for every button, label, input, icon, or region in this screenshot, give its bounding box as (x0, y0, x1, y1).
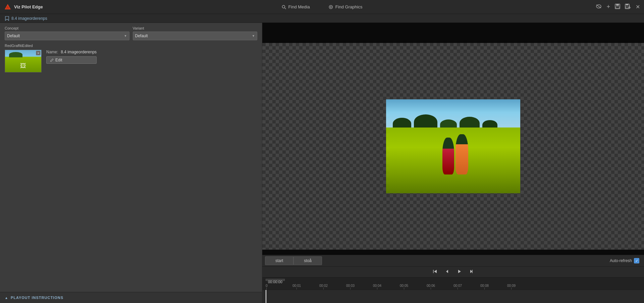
find-graphics-label: Find Graphics (335, 4, 363, 9)
app-title: Viz Pilot Edge (14, 4, 43, 9)
field-figures (442, 131, 469, 174)
playout-title: PLAYOUT INSTRUCTIONS (11, 296, 63, 300)
ruler-label: 00:04 (373, 284, 381, 288)
ruler-mark: 00:01 (292, 284, 301, 290)
ruler-mark: 00:05 (400, 284, 408, 290)
graphics-icon (329, 5, 333, 9)
transport-section: start stoå Auto-refresh ✓ (262, 255, 644, 303)
media-info: Name: 8.4 imageorderenps Edit (46, 50, 97, 64)
ruler-label: 00:01 (292, 284, 301, 288)
ruler-mark: 00:02 (319, 284, 328, 290)
ruler-mark: 0 (266, 284, 268, 290)
ruler-mark: 00:03 (346, 284, 355, 290)
step-back-button[interactable] (443, 268, 451, 275)
svg-marker-18 (434, 270, 437, 273)
preview-canvas (262, 43, 644, 250)
media-name-label: Name: (46, 50, 58, 54)
field-image (386, 99, 520, 193)
edit-button[interactable]: Edit (46, 56, 97, 64)
ruler-label: 00:09 (507, 284, 516, 288)
start-button[interactable]: start (265, 256, 293, 265)
bookmark-icon (5, 16, 9, 21)
save-icon[interactable] (615, 4, 620, 10)
auto-refresh-row: Auto-refresh ✓ (610, 258, 641, 263)
svg-point-2 (282, 5, 285, 8)
ruler-label: 0 (266, 284, 268, 288)
thumbnail-close-button[interactable]: ✕ (36, 51, 41, 55)
step-forward-button[interactable] (468, 268, 475, 275)
timeline-track[interactable] (262, 290, 644, 303)
add-icon[interactable]: + (606, 3, 610, 10)
preview-image (386, 99, 520, 193)
main-content: Concept Default Variant Default RedGraff… (0, 23, 644, 303)
subtitle-bar: 8.4 imageorderenps (0, 14, 644, 23)
svg-rect-13 (626, 7, 629, 8)
ruler-label: 00:03 (346, 284, 355, 288)
concept-select-wrapper: Default (5, 32, 129, 40)
find-media-label: Find Media (288, 4, 310, 9)
variant-label: Variant (133, 26, 258, 30)
action-buttons: start stoå (265, 256, 322, 265)
variant-group: Variant Default (133, 26, 258, 40)
close-window-icon[interactable]: ✕ (636, 4, 640, 10)
ruler-label: 00:08 (480, 284, 489, 288)
search-icon (281, 5, 286, 9)
ruler-label: 00:02 (319, 284, 328, 288)
concept-label: Concept (5, 26, 129, 30)
find-graphics-button[interactable]: Find Graphics (326, 3, 365, 11)
media-section-label: RedGraffitiEdited (5, 44, 257, 48)
playhead (266, 290, 266, 303)
media-name-row: Name: 8.4 imageorderenps (46, 50, 97, 54)
figure-1 (442, 138, 454, 174)
nav-center: Find Media Find Graphics (279, 3, 365, 11)
svg-rect-12 (626, 4, 628, 5)
figure-2 (455, 134, 468, 174)
edit-button-label: Edit (55, 58, 62, 62)
left-panel: Concept Default Variant Default RedGraff… (0, 23, 262, 303)
app-logo-icon (4, 3, 11, 11)
ruler-mark: 00:04 (373, 284, 381, 290)
time-indicator: 00:00:00 (266, 279, 285, 281)
ruler-label: 00:06 (427, 284, 435, 288)
concept-variant-row: Concept Default Variant Default (0, 23, 262, 43)
chevron-up-icon: ▲ (5, 296, 8, 300)
playout-section: ▲ PLAYOUT INSTRUCTIONS (0, 292, 262, 303)
skip-back-icon (433, 269, 437, 274)
ruler-marks: 000:0100:0200:0300:0400:0500:0600:0700:0… (262, 283, 644, 290)
preview-black-top (262, 23, 644, 43)
ruler-label: 00:05 (400, 284, 408, 288)
svg-marker-20 (458, 270, 461, 273)
step-back-icon (445, 269, 449, 274)
subtitle-text: 8.4 imageorderenps (11, 16, 47, 21)
playout-header[interactable]: ▲ PLAYOUT INSTRUCTIONS (0, 292, 262, 303)
auto-refresh-checkbox[interactable]: ✓ (634, 258, 639, 263)
play-button[interactable] (455, 268, 463, 275)
media-section: RedGraffitiEdited 🖼 ✕ Name: (0, 43, 262, 75)
ruler-label: 00:07 (453, 284, 462, 288)
variant-select[interactable]: Default (133, 32, 258, 40)
transport-buttons-row: start stoå Auto-refresh ✓ (262, 255, 644, 267)
auto-refresh-label: Auto-refresh (610, 258, 632, 263)
visibility-off-icon[interactable] (596, 4, 602, 10)
svg-point-5 (330, 6, 332, 8)
ruler-mark: 00:09 (507, 284, 516, 290)
ruler-mark: 00:07 (453, 284, 462, 290)
svg-rect-9 (616, 4, 619, 6)
right-panel: start stoå Auto-refresh ✓ (262, 23, 644, 303)
preview-black-bottom (262, 250, 644, 255)
skip-back-button[interactable] (431, 268, 439, 275)
svg-rect-10 (616, 7, 619, 8)
ruler-mark: 00:08 (480, 284, 489, 290)
svg-line-3 (285, 8, 286, 9)
edit-icon (50, 58, 54, 62)
save-as-icon[interactable] (625, 4, 631, 10)
tree-2 (414, 114, 437, 130)
media-thumbnail: 🖼 ✕ (5, 50, 42, 72)
find-media-button[interactable]: Find Media (279, 3, 312, 11)
stop-button[interactable]: stoå (293, 256, 322, 265)
field-trees-row (393, 109, 514, 130)
logo-area: Viz Pilot Edge (4, 3, 43, 11)
concept-select[interactable]: Default (5, 32, 129, 40)
timeline-ruler[interactable]: 00:00:00 000:0100:0200:0300:0400:0500:06… (262, 277, 644, 290)
preview-area (262, 23, 644, 255)
